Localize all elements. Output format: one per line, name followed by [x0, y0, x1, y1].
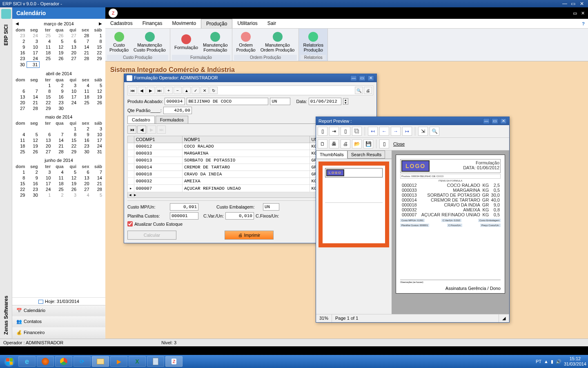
cancel-record-button[interactable]: ✕: [200, 87, 209, 94]
cal-day[interactable]: 3: [91, 126, 104, 132]
cal-day[interactable]: 11: [40, 44, 52, 50]
cal-day[interactable]: 22: [91, 50, 103, 56]
cal-day[interactable]: 24: [65, 100, 78, 105]
taskbar-media-icon[interactable]: ▶: [110, 356, 127, 367]
inner-minimize-icon[interactable]: ▭: [573, 11, 577, 16]
cal-day[interactable]: 8: [40, 88, 52, 94]
save-button[interactable]: 💾: [363, 139, 373, 148]
cal-day[interactable]: 28: [78, 56, 91, 62]
menu-finanças[interactable]: Finanças: [138, 19, 167, 28]
cal-day[interactable]: 4: [14, 132, 27, 137]
ribbon-button[interactable]: RelatoriosProdução: [301, 29, 326, 55]
cal-day[interactable]: 15: [40, 94, 52, 100]
grid-first-button[interactable]: ⏮: [127, 126, 136, 134]
cal-day[interactable]: 7: [27, 88, 39, 94]
cal-day[interactable]: 17: [27, 50, 39, 56]
cal-day[interactable]: 19: [27, 143, 39, 149]
cal-day[interactable]: 2: [27, 169, 39, 175]
cal-day[interactable]: 18: [52, 181, 65, 186]
thumbnail-page-1[interactable]: LOGO: [318, 162, 389, 247]
cal-day[interactable]: 8: [65, 132, 78, 137]
cal-day[interactable]: 20: [40, 143, 52, 149]
cal-day[interactable]: 24: [40, 186, 52, 192]
win-minimize-icon[interactable]: —: [350, 75, 357, 81]
cal-day[interactable]: 28: [78, 33, 91, 38]
cal-day[interactable]: 25: [14, 149, 27, 155]
cal-day[interactable]: 4: [78, 192, 91, 198]
cal-day[interactable]: 24: [27, 33, 39, 38]
cal-day[interactable]: 5: [52, 38, 65, 44]
cal-day[interactable]: 28: [52, 149, 65, 155]
edit-record-button[interactable]: ▲: [183, 87, 191, 94]
page-width-button[interactable]: ▯: [318, 127, 327, 136]
cal-day[interactable]: 4: [40, 38, 52, 44]
cal-day[interactable]: 16: [52, 94, 65, 100]
cal-day[interactable]: 17: [91, 137, 104, 143]
cal-day[interactable]: 15: [14, 181, 27, 186]
tab-cadastro[interactable]: Cadastro: [127, 116, 155, 123]
date-down-icon[interactable]: ▼: [343, 101, 348, 104]
cal-day[interactable]: 10: [40, 175, 52, 181]
two-page-button[interactable]: ⿻: [352, 127, 362, 136]
cal-day[interactable]: 21: [52, 143, 65, 149]
date-up-icon[interactable]: ▲: [343, 99, 348, 101]
taskbar-chrome-icon[interactable]: [55, 356, 72, 367]
ribbon-button[interactable]: OrdemProdução: [234, 29, 258, 55]
atualizar-checkbox[interactable]: [127, 221, 133, 227]
calendar-today-footer[interactable]: Hoje: 31/03/2014: [12, 297, 105, 305]
cal-day[interactable]: 5: [27, 132, 39, 137]
formulacao-window-titlebar[interactable]: Formulação Operador: ADMINISTRADOR — ▭ ✕: [124, 74, 376, 82]
cal-day[interactable]: 8: [91, 38, 103, 44]
cal-day[interactable]: 31: [91, 149, 104, 155]
cal-day[interactable]: 9: [78, 132, 91, 137]
cal-day[interactable]: 23: [78, 143, 91, 149]
app-round-logo-icon[interactable]: Z: [109, 9, 118, 18]
produto-code-field[interactable]: [165, 98, 185, 105]
custo-emb-field[interactable]: [263, 203, 279, 211]
rpt-close-icon[interactable]: ✕: [500, 118, 507, 124]
resize-grip-icon[interactable]: ◢: [499, 314, 509, 322]
sidebar-item-contatos[interactable]: 👥Contatos: [12, 316, 105, 328]
cal-day[interactable]: 3: [65, 192, 78, 198]
cal-day[interactable]: 12: [52, 44, 65, 50]
taskbar-firefox-icon[interactable]: [37, 356, 54, 367]
data-field[interactable]: [309, 98, 341, 105]
tray-clock[interactable]: 15:12 31/03/2014: [564, 356, 586, 367]
cal-day[interactable]: 6: [14, 88, 27, 94]
taskbar-explorer-icon[interactable]: [92, 356, 109, 367]
cal-day[interactable]: 25: [40, 56, 52, 62]
imprimir-button[interactable]: 🖨Imprimir: [225, 231, 274, 240]
cal-prev-icon[interactable]: ◀: [16, 21, 19, 26]
cal-day[interactable]: 24: [91, 143, 104, 149]
cal-day[interactable]: 16: [78, 137, 91, 143]
cal-day[interactable]: 13: [40, 137, 52, 143]
cal-day[interactable]: 7: [91, 169, 104, 175]
cal-day[interactable]: 7: [78, 38, 91, 44]
cal-day[interactable]: 23: [27, 186, 39, 192]
cal-day[interactable]: 20: [78, 181, 91, 186]
cal-day[interactable]: 6: [40, 132, 52, 137]
cal-day[interactable]: 3: [27, 38, 39, 44]
cal-day[interactable]: 9: [52, 88, 65, 94]
cal-day[interactable]: 26: [91, 100, 104, 105]
cal-day[interactable]: 25: [40, 33, 52, 38]
next-page-button[interactable]: →: [391, 127, 401, 136]
taskbar-excel-icon[interactable]: X: [129, 356, 146, 367]
last-page-button[interactable]: ↦: [402, 127, 412, 136]
planilha-field[interactable]: [170, 212, 198, 220]
close-link[interactable]: Close: [391, 141, 407, 146]
cal-day[interactable]: 27: [40, 149, 52, 155]
help-icon[interactable]: ?: [582, 21, 585, 26]
cal-day[interactable]: 27: [65, 56, 78, 62]
cal-day[interactable]: 24: [27, 56, 39, 62]
produto-name-field[interactable]: [187, 98, 268, 105]
cal-day[interactable]: 28: [91, 186, 104, 192]
cal-day[interactable]: 27: [14, 105, 27, 111]
cal-day[interactable]: 14: [91, 175, 104, 181]
cal-day[interactable]: 6: [65, 38, 78, 44]
cal-day[interactable]: 19: [52, 50, 65, 56]
cal-day[interactable]: 29: [65, 149, 78, 155]
cal-day[interactable]: 7: [52, 132, 65, 137]
cal-day[interactable]: 14: [52, 137, 65, 143]
ribbon-button[interactable]: Formulação: [172, 29, 200, 55]
